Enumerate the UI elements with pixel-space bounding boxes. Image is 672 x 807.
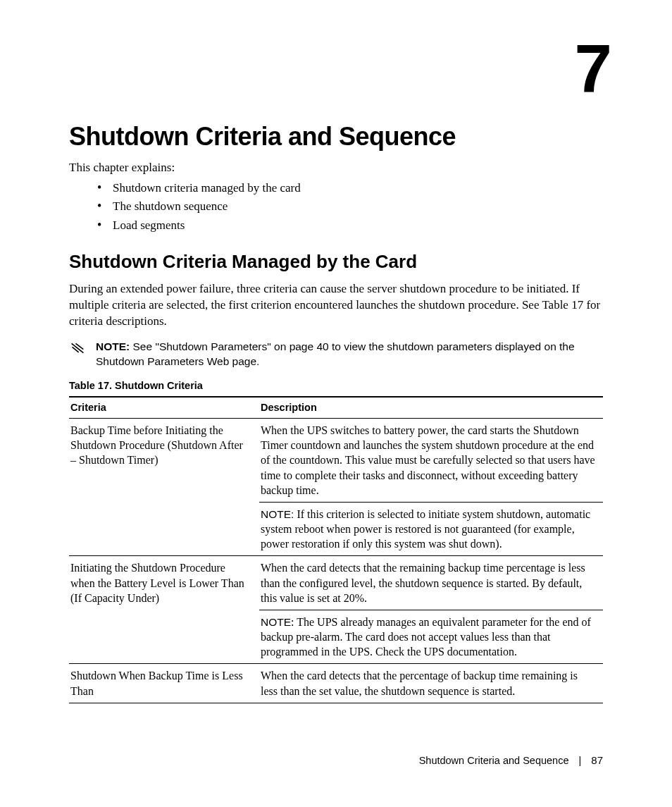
note-label: NOTE:	[96, 340, 130, 352]
footer-title: Shutdown Criteria and Sequence	[419, 755, 569, 766]
col-header-criteria: Criteria	[69, 397, 259, 419]
intro-line: This chapter explains:	[69, 160, 603, 176]
subnote-text: If this criterion is selected to initiat…	[261, 508, 590, 550]
subnote-label: NOTE	[261, 616, 291, 628]
table-row: Initiating the Shutdown Procedure when t…	[69, 556, 603, 610]
list-item: Load segments	[113, 218, 603, 234]
table-caption: Table 17. Shutdown Criteria	[69, 379, 603, 393]
section-body: During an extended power failure, three …	[69, 281, 603, 330]
list-item: Shutdown criteria managed by the card	[113, 180, 603, 197]
description-cell: When the UPS switches to battery power, …	[259, 419, 603, 503]
list-item: The shutdown sequence	[113, 199, 603, 215]
description-note-cell: NOTE: The UPS already manages an equival…	[259, 610, 603, 664]
note-block: NOTE: See "Shutdown Parameters" on page …	[69, 340, 603, 369]
intro-bullets: Shutdown criteria managed by the card Th…	[69, 180, 603, 235]
criteria-cell: Backup Time before Initiating the Shutdo…	[69, 419, 259, 556]
section-heading: Shutdown Criteria Managed by the Card	[69, 250, 603, 274]
criteria-cell: Shutdown When Backup Time is Less Than	[69, 664, 259, 703]
chapter-title: Shutdown Criteria and Sequence	[69, 120, 603, 154]
note-body: See "Shutdown Parameters" on page 40 to …	[96, 340, 575, 367]
table-row: Backup Time before Initiating the Shutdo…	[69, 419, 603, 503]
subnote-label: NOTE:	[261, 508, 294, 520]
subnote-text: : The UPS already manages an equivalent …	[261, 616, 591, 658]
document-page: 7 Shutdown Criteria and Sequence This ch…	[0, 0, 672, 807]
description-cell: When the card detects that the percentag…	[259, 664, 603, 703]
note-text: NOTE: See "Shutdown Parameters" on page …	[96, 340, 603, 369]
description-note-cell: NOTE: If this criterion is selected to i…	[259, 502, 603, 556]
table-row: Shutdown When Backup Time is Less Than W…	[69, 664, 603, 703]
description-cell: When the card detects that the remaining…	[259, 556, 603, 610]
table-header-row: Criteria Description	[69, 397, 603, 419]
criteria-cell: Initiating the Shutdown Procedure when t…	[69, 556, 259, 664]
note-icon	[69, 341, 86, 360]
criteria-table: Criteria Description Backup Time before …	[69, 396, 603, 703]
page-number: 87	[591, 754, 603, 766]
chapter-number: 7	[575, 35, 610, 103]
footer-divider: |	[579, 755, 582, 766]
page-footer: Shutdown Criteria and Sequence | 87	[419, 753, 603, 768]
col-header-description: Description	[259, 397, 603, 419]
